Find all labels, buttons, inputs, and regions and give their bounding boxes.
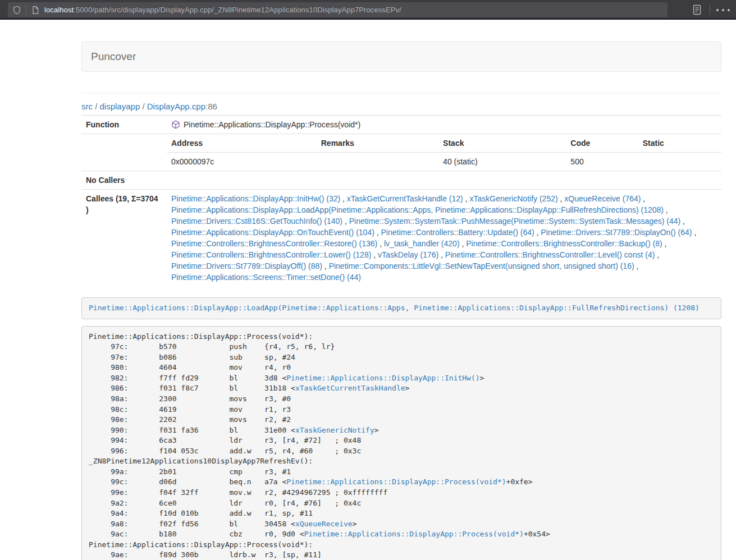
callee-link[interactable]: xQueueReceive (764) bbox=[564, 194, 641, 203]
highlighted-symbol-link[interactable]: Pinetime::Applications::DisplayApp::Load… bbox=[89, 304, 700, 312]
callee-link[interactable]: Pinetime::Applications::DisplayApp::Load… bbox=[171, 205, 664, 214]
function-label: Function bbox=[81, 116, 167, 134]
toolbar-actions bbox=[688, 0, 732, 20]
breadcrumb-separator: / bbox=[140, 102, 147, 111]
shield-icon[interactable] bbox=[12, 6, 21, 15]
url-bar[interactable]: localhost:5000/path/src/displayapp/Displ… bbox=[8, 2, 668, 17]
details-value-row: 0x0000097c 40 (static) 500 bbox=[167, 153, 721, 171]
url-path: :5000/path/src/displayapp/DisplayApp.cpp… bbox=[74, 6, 401, 14]
col-stack: Stack bbox=[438, 134, 566, 153]
toolbar-separator bbox=[710, 5, 710, 15]
page-container: Puncover src / displayapp / DisplayApp.c… bbox=[81, 42, 721, 560]
callee-link[interactable]: xTaskGenericNotify (252) bbox=[469, 194, 557, 203]
callee-link[interactable]: lv_task_handler (420) bbox=[384, 239, 460, 248]
callee-link[interactable]: Pinetime::Drivers::St7789::DisplayOn() (… bbox=[541, 228, 692, 237]
overflow-menu-icon[interactable] bbox=[715, 2, 732, 18]
details-header-row: Address Remarks Stack Code Static bbox=[167, 134, 721, 153]
function-name: Pinetime::Applications::DisplayApp::Proc… bbox=[184, 119, 360, 130]
address-value: 0x0000097c bbox=[167, 153, 317, 171]
assembly-symbol-link[interactable]: xQueueReceive bbox=[295, 520, 353, 528]
code-value: 500 bbox=[566, 153, 638, 171]
stack-value: 40 (static) bbox=[438, 153, 566, 171]
app-brand[interactable]: Puncover bbox=[91, 51, 136, 63]
callees-list: Pinetime::Applications::DisplayApp::Init… bbox=[167, 190, 721, 287]
breadcrumb-suffix: :86 bbox=[205, 102, 217, 111]
callee-link[interactable]: xTaskGetCurrentTaskHandle (12) bbox=[347, 194, 463, 203]
col-code: Code bbox=[566, 134, 638, 153]
callee-link[interactable]: Pinetime::Components::LittleVgl::SetNewT… bbox=[329, 261, 634, 270]
callee-link[interactable]: Pinetime::Applications::Screens::Timer::… bbox=[171, 273, 361, 282]
details-table: Address Remarks Stack Code Static 0x0000… bbox=[167, 134, 721, 171]
no-callers-label: No Callers bbox=[81, 171, 167, 190]
remarks-value bbox=[317, 153, 438, 171]
function-row: Function Pinetime::Applications::Display… bbox=[81, 116, 721, 134]
divider bbox=[81, 93, 721, 93]
callee-link[interactable]: Pinetime::Applications::DisplayApp::OnTo… bbox=[171, 228, 374, 237]
assembly-symbol-link[interactable]: xTaskGetCurrentTaskHandle bbox=[295, 384, 405, 392]
url-text[interactable]: localhost:5000/path/src/displayapp/Displ… bbox=[44, 6, 401, 14]
callee-link[interactable]: Pinetime::Controllers::BrightnessControl… bbox=[171, 239, 377, 248]
callees-label: Callees (19, Σ=3704 ) bbox=[81, 190, 167, 287]
breadcrumb-link[interactable]: src bbox=[81, 102, 93, 111]
highlighted-symbol-box: Pinetime::Applications::DisplayApp::Load… bbox=[81, 297, 721, 319]
callee-link[interactable]: vTaskDelay (176) bbox=[378, 250, 438, 259]
url-host: localhost bbox=[44, 6, 74, 14]
assembly-symbol-link[interactable]: Pinetime::Applications::DisplayApp::Proc… bbox=[304, 530, 524, 538]
breadcrumb-link[interactable]: displayapp bbox=[100, 102, 140, 111]
callees-row: Callees (19, Σ=3704 ) Pinetime::Applicat… bbox=[81, 190, 721, 287]
callee-link[interactable]: Pinetime::Applications::DisplayApp::Init… bbox=[171, 194, 340, 203]
breadcrumb-link[interactable]: DisplayApp.cpp bbox=[147, 102, 205, 111]
callee-link[interactable]: Pinetime::Drivers::St7789::DisplayOff() … bbox=[171, 261, 322, 270]
assembly-symbol-link[interactable]: xTaskGenericNotify bbox=[295, 426, 374, 434]
callee-link[interactable]: Pinetime::Controllers::BrightnessControl… bbox=[445, 250, 655, 259]
disassembly-box: Pinetime::Applications::DisplayApp::Proc… bbox=[81, 326, 721, 560]
reader-mode-icon[interactable] bbox=[688, 2, 705, 18]
col-static: Static bbox=[638, 134, 721, 153]
col-address: Address bbox=[167, 134, 317, 153]
breadcrumb-links: src / displayapp / DisplayApp.cpp bbox=[81, 102, 205, 111]
details-row: Address Remarks Stack Code Static 0x0000… bbox=[81, 134, 721, 171]
col-remarks: Remarks bbox=[317, 134, 438, 153]
assembly-code: Pinetime::Applications::DisplayApp::Proc… bbox=[89, 332, 550, 560]
callee-link[interactable]: Pinetime::Controllers::Battery::Update()… bbox=[381, 228, 534, 237]
cube-icon bbox=[171, 120, 180, 129]
urlbar-separator bbox=[26, 5, 26, 15]
callee-link[interactable]: Pinetime::System::SystemTask::PushMessag… bbox=[349, 217, 681, 226]
callee-link[interactable]: Pinetime::Drivers::Cst816S::GetTouchInfo… bbox=[171, 217, 342, 226]
browser-toolbar: localhost:5000/path/src/displayapp/Displ… bbox=[0, 0, 736, 20]
symbol-table: Function Pinetime::Applications::Display… bbox=[81, 115, 721, 286]
app-header: Puncover bbox=[81, 42, 721, 72]
assembly-symbol-link[interactable]: Pinetime::Applications::DisplayApp::Proc… bbox=[286, 478, 506, 486]
page-icon[interactable] bbox=[31, 6, 40, 15]
static-value bbox=[638, 153, 721, 171]
callee-link[interactable]: Pinetime::Controllers::BrightnessControl… bbox=[171, 250, 371, 259]
breadcrumb: src / displayapp / DisplayApp.cpp:86 bbox=[81, 100, 721, 112]
assembly-symbol-link[interactable]: Pinetime::Applications::DisplayApp::Init… bbox=[286, 374, 479, 382]
breadcrumb-separator: / bbox=[93, 102, 100, 111]
callee-link[interactable]: Pinetime::Controllers::BrightnessControl… bbox=[466, 239, 662, 248]
no-callers-row: No Callers bbox=[81, 171, 721, 190]
